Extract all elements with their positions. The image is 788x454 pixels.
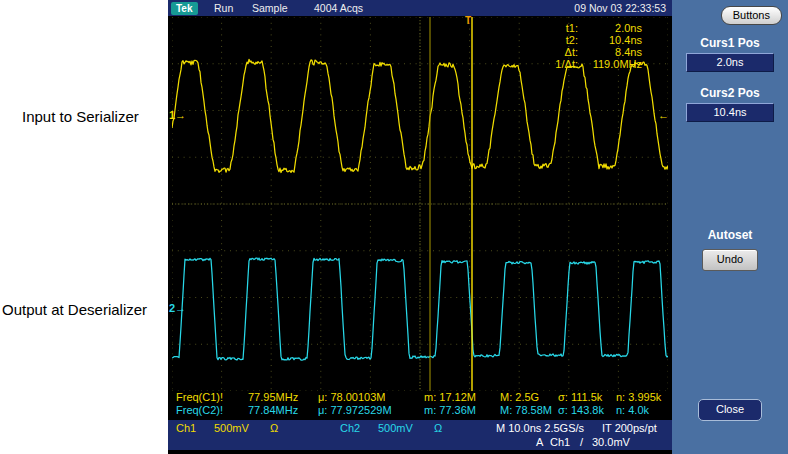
meas2-value: 77.84MHz	[248, 404, 298, 417]
dt-value: 8.4ns	[582, 46, 642, 58]
curs2-pos-value[interactable]: 10.4ns	[686, 103, 774, 122]
trigger-level: 30.0mV	[592, 436, 630, 448]
meas2-max: M: 78.58M	[500, 404, 552, 417]
meas1-min: m: 17.12M	[424, 391, 476, 404]
meas2-mean: μ: 77.972529M	[318, 404, 392, 417]
curs2-pos-label: Curs2 Pos	[672, 86, 788, 100]
graticule-svg	[172, 17, 668, 391]
t2-value: 10.4ns	[582, 34, 642, 46]
ch2-position-marker: 2→	[169, 302, 186, 314]
tek-logo: Tek	[171, 2, 198, 15]
ch1-impedance: Ω	[270, 422, 278, 434]
meas1-mean: μ: 78.00103M	[318, 391, 386, 404]
autoset-label: Autoset	[672, 228, 788, 242]
t1-value: 2.0ns	[582, 22, 642, 34]
cursor-readout: t1: 2.0ns t2: 10.4ns Δt: 8.4ns 1/Δt: 119…	[555, 22, 642, 70]
ch1-scale: 500mV	[214, 422, 249, 434]
control-panel: Buttons Curs1 Pos 2.0ns Curs2 Pos 10.4ns…	[672, 0, 788, 454]
meas1-stddev: σ: 111.5k	[558, 391, 602, 404]
inv-dt-value: 119.0MHz	[582, 58, 642, 70]
meas1-count: n: 3.995k	[616, 391, 661, 404]
rising-edge-icon: /	[580, 436, 583, 448]
sampling-readout: IT 200ps/pt	[602, 422, 657, 434]
curs1-pos-label: Curs1 Pos	[672, 36, 788, 50]
screenshot-root: Input to Serializer Output at Deserializ…	[0, 0, 788, 454]
acquisition-mode: Sample	[252, 2, 288, 14]
scope-statusbar: Ch1 500mV Ω Ch2 500mV Ω M 10.0ns 2.5GS/s…	[168, 420, 672, 450]
dt-label: Δt:	[555, 46, 578, 58]
trigger-position-marker: T	[465, 15, 471, 26]
curs1-pos-value[interactable]: 2.0ns	[686, 53, 774, 72]
ch2-label: Ch2	[340, 422, 360, 434]
close-button[interactable]: Close	[698, 399, 762, 421]
acquisition-count: 4004 Acqs	[314, 2, 363, 14]
graticule: t1: 2.0ns t2: 10.4ns Δt: 8.4ns 1/Δt: 119…	[172, 17, 668, 391]
measurement-row-ch2: Freq(C2)! 77.84MHz μ: 77.972529M m: 77.3…	[172, 404, 668, 417]
meas2-min: m: 77.36M	[424, 404, 476, 417]
undo-button[interactable]: Undo	[702, 249, 758, 271]
meas1-value: 77.95MHz	[248, 391, 298, 404]
meas1-max: M: 2.5G	[500, 391, 539, 404]
scope-screen: Tek Run Sample 4004 Acqs 09 Nov 03 22:33…	[168, 0, 672, 454]
datetime: 09 Nov 03 22:33:53	[574, 2, 666, 14]
acquisition-state: Run	[214, 2, 233, 14]
timebase-readout: M 10.0ns 2.5GS/s	[496, 422, 584, 434]
buttons-button[interactable]: Buttons	[721, 6, 782, 25]
label-input-serializer: Input to Serializer	[22, 108, 139, 125]
label-output-deserializer: Output at Deserializer	[2, 301, 147, 318]
ch1-position-marker: 1→	[169, 109, 186, 121]
ch2-scale: 500mV	[378, 422, 413, 434]
meas1-name: Freq(C1)!	[176, 391, 223, 404]
meas2-stddev: σ: 143.8k	[558, 404, 604, 417]
t1-label: t1:	[555, 22, 578, 34]
ch1-right-arrow-marker: ←	[658, 109, 669, 121]
meas2-name: Freq(C2)!	[176, 404, 223, 417]
ch2-impedance: Ω	[434, 422, 442, 434]
inv-dt-label: 1/Δt:	[555, 58, 578, 70]
ch1-label: Ch1	[176, 422, 196, 434]
measurement-row-ch1: Freq(C1)! 77.95MHz μ: 78.00103M m: 17.12…	[172, 391, 668, 404]
trigger-mode: A	[536, 436, 543, 448]
t2-label: t2:	[555, 34, 578, 46]
trigger-source: Ch1	[550, 436, 570, 448]
scope-topbar: Tek Run Sample 4004 Acqs 09 Nov 03 22:33…	[168, 0, 672, 16]
meas2-count: n: 4.0k	[616, 404, 649, 417]
